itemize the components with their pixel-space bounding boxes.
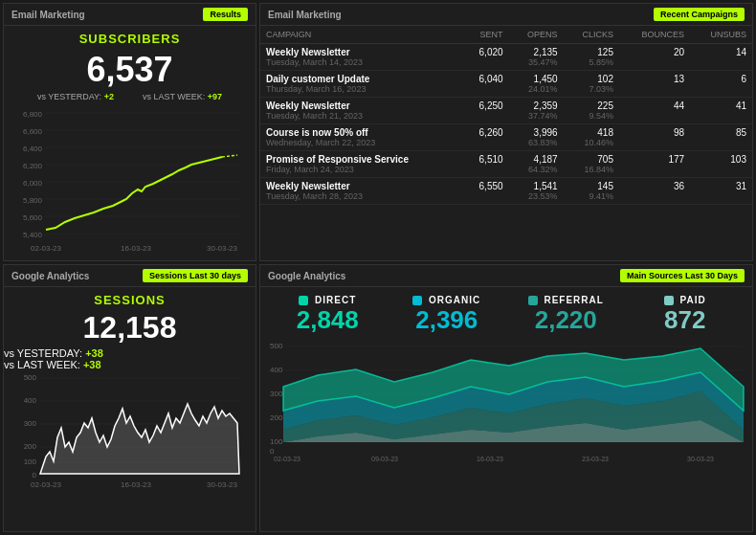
campaign-unsubs: 6	[741, 74, 746, 84]
campaign-name: Weekly Newsletter	[266, 47, 456, 57]
campaign-clicks-pct: 10.46%	[569, 138, 613, 147]
svg-text:100: 100	[270, 437, 283, 446]
svg-text:16-03-23: 16-03-23	[477, 456, 503, 462]
source-referral: REFERRAL 2,220	[508, 295, 624, 335]
svg-text:200: 200	[270, 413, 283, 422]
svg-text:0: 0	[270, 447, 275, 456]
campaign-date: Wednesday, March 22, 2023	[266, 138, 456, 147]
campaign-clicks: 125	[569, 47, 613, 57]
vs-yesterday: vs YESTERDAY: +2	[37, 92, 114, 101]
svg-text:02-03-23: 02-03-23	[31, 244, 62, 253]
campaign-name: Weekly Newsletter	[266, 181, 456, 191]
subscribers-header: Email Marketing Results	[4, 4, 256, 26]
direct-indicator	[299, 296, 308, 305]
sessions-panel: Google Analytics Sessions Last 30 days S…	[3, 264, 256, 532]
campaign-bounces: 177	[668, 154, 684, 165]
source-organic: ORGANIC 2,396	[389, 295, 505, 335]
campaign-date: Friday, March 24, 2023	[266, 165, 456, 174]
campaign-unsubs: 41	[736, 100, 746, 111]
campaign-sent: 6,040	[479, 74, 503, 84]
svg-text:6,000: 6,000	[23, 179, 43, 188]
campaign-bounces: 44	[674, 100, 684, 111]
campaign-bounces: 36	[674, 181, 684, 191]
campaign-opens-pct: 64.32%	[515, 165, 558, 174]
referral-indicator	[528, 296, 538, 305]
subscribers-vs-row: vs YESTERDAY: +2 vs LAST WEEK: +97	[4, 92, 256, 101]
campaigns-header-row: CAMPAIGN SENT OPENS CLICKS BOUNCES UNSUB…	[260, 26, 752, 44]
table-row: Course is now 50% off Wednesday, March 2…	[260, 124, 752, 151]
col-sent: SENT	[462, 26, 509, 44]
svg-text:30-03-23: 30-03-23	[207, 244, 238, 253]
subscribers-panel: Email Marketing Results SUBSCRIBERS 6,53…	[3, 3, 256, 261]
campaign-date: Tuesday, March 28, 2023	[266, 191, 456, 201]
svg-text:02-03-23: 02-03-23	[274, 456, 300, 462]
sessions-count: 12,158	[4, 310, 256, 346]
campaign-unsubs: 14	[736, 47, 746, 57]
subscribers-svg: 6,800 6,600 6,400 6,200 6,000 5,800 5,60…	[11, 105, 250, 254]
sources-svg: 500 400 300 200 100 0 02-03-23 09-03-23 …	[270, 339, 753, 463]
svg-marker-34	[40, 404, 239, 474]
campaign-opens-pct: 37.74%	[515, 111, 558, 121]
source-organic-value: 2,396	[389, 305, 505, 335]
svg-text:5,400: 5,400	[23, 231, 43, 239]
svg-text:02-03-23: 02-03-23	[31, 480, 62, 489]
sources-badge: Main Sources Last 30 Days	[620, 269, 745, 282]
svg-text:6,200: 6,200	[23, 162, 43, 170]
col-clicks: CLICKS	[564, 26, 619, 44]
campaign-opens: 2,135	[515, 47, 558, 57]
campaign-clicks: 418	[569, 127, 613, 138]
sources-area-chart: 500 400 300 200 100 0 02-03-23 09-03-23 …	[260, 339, 752, 454]
campaign-date: Tuesday, March 21, 2023	[266, 111, 456, 121]
svg-text:400: 400	[24, 396, 37, 405]
table-row: Daily customer Update Thursday, March 16…	[260, 71, 752, 98]
source-paid-value: 872	[628, 305, 744, 335]
svg-text:300: 300	[270, 390, 283, 398]
svg-text:16-03-23: 16-03-23	[121, 244, 152, 253]
campaign-opens-pct: 63.83%	[515, 138, 558, 147]
svg-text:500: 500	[24, 373, 37, 382]
svg-text:0: 0	[33, 471, 37, 479]
campaign-sent: 6,020	[479, 47, 503, 57]
col-bounces: BOUNCES	[619, 26, 690, 44]
campaign-opens-pct: 24.01%	[515, 84, 558, 94]
svg-text:300: 300	[24, 419, 37, 428]
paid-indicator	[664, 296, 674, 305]
svg-text:16-03-23: 16-03-23	[121, 480, 152, 489]
campaign-name: Weekly Newsletter	[266, 100, 456, 111]
source-referral-value: 2,220	[508, 305, 624, 335]
sources-grid: DIRECT 2,848 ORGANIC 2,396 REFERRAL 2,22…	[260, 287, 752, 339]
sessions-vs-last-week: vs LAST WEEK: +38	[4, 359, 256, 370]
campaign-clicks-pct: 5.85%	[569, 57, 613, 67]
campaign-bounces: 13	[674, 74, 684, 84]
campaign-name: Course is now 50% off	[266, 127, 456, 138]
campaigns-panel: Email Marketing Recent Campaigns CAMPAIG…	[259, 3, 753, 261]
svg-text:5,600: 5,600	[23, 213, 43, 222]
sessions-chart: 500 400 300 200 100 0 02-03-23 16-03-23 …	[4, 370, 256, 492]
svg-text:23-03-23: 23-03-23	[582, 456, 609, 462]
campaign-sent: 6,550	[479, 181, 503, 191]
campaign-clicks: 225	[569, 100, 613, 111]
campaign-name: Daily customer Update	[266, 74, 456, 84]
organic-indicator	[412, 296, 422, 305]
sources-header: Google Analytics Main Sources Last 30 Da…	[260, 265, 752, 287]
campaign-sent: 6,510	[479, 154, 503, 165]
svg-text:200: 200	[24, 442, 37, 451]
subscribers-panel-title: Email Marketing	[11, 10, 85, 20]
source-direct-value: 2,848	[270, 305, 386, 335]
dashboard: Email Marketing Results SUBSCRIBERS 6,53…	[0, 0, 756, 535]
campaign-unsubs: 85	[736, 127, 746, 138]
campaign-opens: 2,359	[515, 100, 558, 111]
campaign-opens: 3,996	[515, 127, 558, 138]
svg-text:400: 400	[270, 366, 283, 374]
campaigns-badge: Recent Campaigns	[654, 8, 745, 21]
campaign-clicks: 102	[569, 74, 613, 84]
svg-text:6,400: 6,400	[23, 145, 43, 153]
campaign-unsubs: 103	[730, 154, 746, 165]
campaign-clicks-pct: 7.03%	[569, 84, 613, 94]
campaign-bounces: 98	[674, 127, 684, 138]
subscribers-title: SUBSCRIBERS	[4, 32, 256, 46]
campaign-clicks-pct: 9.41%	[569, 191, 613, 201]
campaign-clicks-pct: 16.84%	[569, 165, 613, 174]
svg-text:30-03-23: 30-03-23	[207, 480, 238, 489]
table-row: Promise of Responsive Service Friday, Ma…	[260, 151, 752, 178]
